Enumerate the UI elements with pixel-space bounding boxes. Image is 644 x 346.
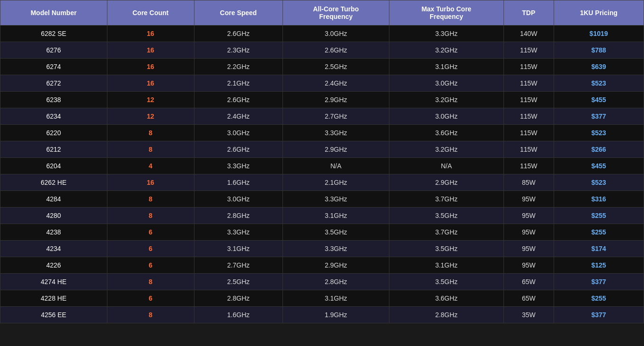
cell-allcore: 2.6GHz (282, 42, 389, 59)
cell-maxturbo: 3.2GHz (389, 141, 503, 158)
cell-model: 4274 HE (0, 274, 107, 290)
cell-price: $788 (554, 42, 644, 59)
cell-price: $316 (554, 191, 644, 208)
cell-price: $523 (554, 75, 644, 92)
cell-speed: 3.0GHz (194, 125, 282, 141)
cell-tdp: 115W (503, 141, 554, 158)
cell-maxturbo: 3.0GHz (389, 108, 503, 125)
cell-price: $174 (554, 241, 644, 257)
cell-tdp: 95W (503, 191, 554, 208)
table-row: 6238 12 2.6GHz 2.9GHz 3.2GHz 115W $455 (0, 92, 644, 108)
cell-allcore: 3.5GHz (282, 224, 389, 241)
col-header-tdp: TDP (503, 0, 554, 26)
cell-cores: 8 (107, 125, 194, 141)
table-row: 6220 8 3.0GHz 3.3GHz 3.6GHz 115W $523 (0, 125, 644, 141)
table-row: 6276 16 2.3GHz 2.6GHz 3.2GHz 115W $788 (0, 42, 644, 59)
cell-model: 6238 (0, 92, 107, 108)
cell-tdp: 65W (503, 290, 554, 307)
cell-maxturbo: 3.0GHz (389, 75, 503, 92)
cell-price: $255 (554, 290, 644, 307)
cell-model: 6234 (0, 108, 107, 125)
cell-tdp: 95W (503, 257, 554, 274)
cell-allcore: 3.0GHz (282, 26, 389, 42)
cell-tdp: 95W (503, 224, 554, 241)
cell-allcore: 2.9GHz (282, 141, 389, 158)
table-row: 4228 HE 6 2.8GHz 3.1GHz 3.6GHz 65W $255 (0, 290, 644, 307)
cell-speed: 2.7GHz (194, 257, 282, 274)
cell-maxturbo: 3.7GHz (389, 224, 503, 241)
cell-maxturbo: 2.9GHz (389, 174, 503, 191)
cell-maxturbo: 3.1GHz (389, 257, 503, 274)
cell-model: 6262 HE (0, 174, 107, 191)
col-header-maxturbo: Max Turbo CoreFrequency (389, 0, 503, 26)
cell-allcore: 2.5GHz (282, 59, 389, 75)
cell-speed: 3.1GHz (194, 241, 282, 257)
cell-tdp: 85W (503, 174, 554, 191)
table-row: 4280 8 2.8GHz 3.1GHz 3.5GHz 95W $255 (0, 208, 644, 224)
table-row: 6282 SE 16 2.6GHz 3.0GHz 3.3GHz 140W $10… (0, 26, 644, 42)
table-row: 4256 EE 8 1.6GHz 1.9GHz 2.8GHz 35W $377 (0, 307, 644, 323)
cell-cores: 16 (107, 75, 194, 92)
table-row: 6272 16 2.1GHz 2.4GHz 3.0GHz 115W $523 (0, 75, 644, 92)
header-row: Model Number Core Count Core Speed All-C… (0, 0, 644, 26)
cell-price: $523 (554, 125, 644, 141)
cell-maxturbo: 3.6GHz (389, 125, 503, 141)
cell-model: 6282 SE (0, 26, 107, 42)
cell-price: $455 (554, 92, 644, 108)
cell-cores: 16 (107, 174, 194, 191)
cell-maxturbo: 3.3GHz (389, 26, 503, 42)
table-row: 6204 4 3.3GHz N/A N/A 115W $455 (0, 158, 644, 174)
cell-speed: 2.2GHz (194, 59, 282, 75)
cell-speed: 2.4GHz (194, 108, 282, 125)
cell-cores: 12 (107, 108, 194, 125)
cell-cores: 6 (107, 241, 194, 257)
cell-speed: 1.6GHz (194, 174, 282, 191)
table-row: 4274 HE 8 2.5GHz 2.8GHz 3.5GHz 65W $377 (0, 274, 644, 290)
cell-cores: 8 (107, 307, 194, 323)
cell-maxturbo: 3.5GHz (389, 241, 503, 257)
cell-allcore: 2.1GHz (282, 174, 389, 191)
cell-price: $377 (554, 108, 644, 125)
cell-price: $377 (554, 274, 644, 290)
cell-tdp: 65W (503, 274, 554, 290)
cell-allcore: 3.1GHz (282, 290, 389, 307)
cell-tdp: 115W (503, 92, 554, 108)
cell-tdp: 115W (503, 75, 554, 92)
cell-tdp: 115W (503, 42, 554, 59)
cell-speed: 2.8GHz (194, 208, 282, 224)
cell-cores: 8 (107, 274, 194, 290)
cell-speed: 3.0GHz (194, 191, 282, 208)
cell-model: 6272 (0, 75, 107, 92)
cell-maxturbo: 2.8GHz (389, 307, 503, 323)
cpu-table: Model Number Core Count Core Speed All-C… (0, 0, 644, 323)
cell-speed: 2.5GHz (194, 274, 282, 290)
cell-allcore: N/A (282, 158, 389, 174)
cell-maxturbo: 3.2GHz (389, 42, 503, 59)
cell-cores: 12 (107, 92, 194, 108)
col-header-cores: Core Count (107, 0, 194, 26)
cell-cores: 6 (107, 224, 194, 241)
cell-cores: 16 (107, 42, 194, 59)
cell-price: $639 (554, 59, 644, 75)
cell-tdp: 95W (503, 241, 554, 257)
table-row: 4234 6 3.1GHz 3.3GHz 3.5GHz 95W $174 (0, 241, 644, 257)
cell-speed: 2.6GHz (194, 26, 282, 42)
cell-maxturbo: 3.2GHz (389, 92, 503, 108)
table-row: 6262 HE 16 1.6GHz 2.1GHz 2.9GHz 85W $523 (0, 174, 644, 191)
cell-model: 6220 (0, 125, 107, 141)
table-row: 6212 8 2.6GHz 2.9GHz 3.2GHz 115W $266 (0, 141, 644, 158)
cell-speed: 3.3GHz (194, 158, 282, 174)
col-header-model: Model Number (0, 0, 107, 26)
cell-speed: 2.6GHz (194, 141, 282, 158)
cell-cores: 6 (107, 290, 194, 307)
cell-speed: 1.6GHz (194, 307, 282, 323)
cell-allcore: 3.3GHz (282, 191, 389, 208)
cell-maxturbo: 3.5GHz (389, 274, 503, 290)
cell-price: $255 (554, 208, 644, 224)
table-row: 4284 8 3.0GHz 3.3GHz 3.7GHz 95W $316 (0, 191, 644, 208)
table-row: 4226 6 2.7GHz 2.9GHz 3.1GHz 95W $125 (0, 257, 644, 274)
table-row: 6234 12 2.4GHz 2.7GHz 3.0GHz 115W $377 (0, 108, 644, 125)
cell-price: $266 (554, 141, 644, 158)
cell-allcore: 2.7GHz (282, 108, 389, 125)
cell-model: 4226 (0, 257, 107, 274)
